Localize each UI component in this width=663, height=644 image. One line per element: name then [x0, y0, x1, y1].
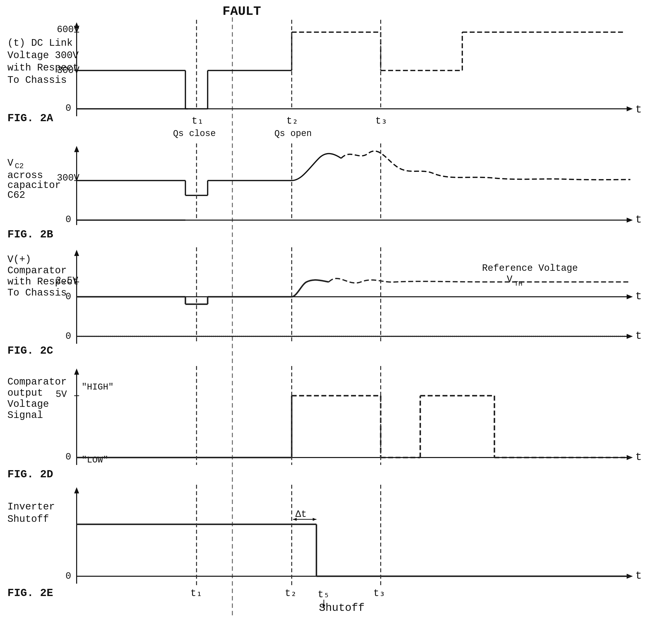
- fig2c-title3: with Respect: [7, 276, 78, 287]
- fig2a-600v: 600V: [57, 24, 79, 35]
- fig2d-0: 0: [66, 451, 71, 462]
- fig2c-t1: t: [635, 290, 642, 303]
- fig2c-ref-label: Reference Voltage: [482, 263, 578, 273]
- fig2b-title-across: across: [7, 170, 43, 181]
- fig2a-qsclose: Qs close: [173, 129, 216, 139]
- fig2e-title2: Shutoff: [7, 514, 49, 525]
- fig2c-vth: V: [507, 274, 512, 285]
- fig2a-t1: t₁: [191, 115, 203, 127]
- page: FAULT 600V 300V 0 (t) DC Link Voltage 30…: [0, 0, 663, 644]
- fig2d-title4: Signal: [7, 410, 43, 421]
- fig2e-t5: t₅: [318, 589, 329, 600]
- fig2b-title-c2: C2: [15, 162, 24, 171]
- fig2c-th: TH: [514, 280, 523, 288]
- fig2a-title-line4: To Chassis: [7, 75, 67, 86]
- fig2e-t2: t₂: [285, 588, 297, 599]
- fig2c-0bot: 0: [66, 331, 71, 341]
- fig2c-title2: Comparator: [7, 265, 67, 276]
- fig2a-title-line3: with Respect: [7, 62, 78, 73]
- fig2b-t: t: [635, 214, 642, 226]
- fig2a-t: t: [635, 103, 642, 116]
- fig2e-delta-t: Δt: [295, 509, 307, 519]
- fig2e-t3: t₃: [373, 588, 385, 599]
- fig2c-title4: To Chassis: [7, 287, 67, 298]
- fig2c-title1: V(+): [7, 254, 31, 265]
- fig2d-high: "HIGH": [82, 382, 114, 392]
- fig2b-0: 0: [66, 214, 71, 225]
- fig2c-label: FIG. 2C: [7, 345, 53, 357]
- fig2a-0: 0: [66, 103, 71, 113]
- fig2e-title1: Inverter: [7, 501, 55, 512]
- fig2a-title-line2: Voltage 300V: [7, 50, 78, 61]
- fig2d-low: "LOW": [82, 455, 108, 465]
- fig2d-title2: output: [7, 387, 43, 399]
- fig2d-5v: 5V: [55, 389, 67, 400]
- fig2a-label: FIG. 2A: [7, 112, 53, 125]
- fig2b-title-c62: C62: [7, 190, 25, 201]
- fault-label: FAULT: [223, 4, 261, 19]
- fig2e-t1: t₁: [190, 588, 202, 599]
- fig2b-title-cap: capacitor: [7, 180, 61, 191]
- fig2e-0: 0: [66, 571, 71, 581]
- fig2a-t3: t₃: [375, 115, 387, 127]
- fig2e-t: t: [635, 570, 642, 582]
- fig2a-qsopen: Qs open: [274, 129, 312, 139]
- fig2a-t2: t₂: [286, 115, 298, 127]
- fig2a-title-line1: (t) DC Link: [7, 38, 73, 49]
- fig2d-title1: Comparator: [7, 376, 67, 387]
- fig2b-label: FIG. 2B: [7, 228, 53, 241]
- fig2d-t: t: [635, 451, 642, 463]
- svg-rect-0: [0, 0, 663, 644]
- fig2c-t2: t: [635, 330, 642, 342]
- fig2d-label: FIG. 2D: [7, 468, 53, 481]
- fig2e-shutoff: Shutoff: [319, 602, 365, 614]
- fig2b-title-v: V: [7, 158, 13, 169]
- fig2e-label: FIG. 2E: [7, 587, 53, 599]
- fig2d-title3: Voltage: [7, 399, 49, 410]
